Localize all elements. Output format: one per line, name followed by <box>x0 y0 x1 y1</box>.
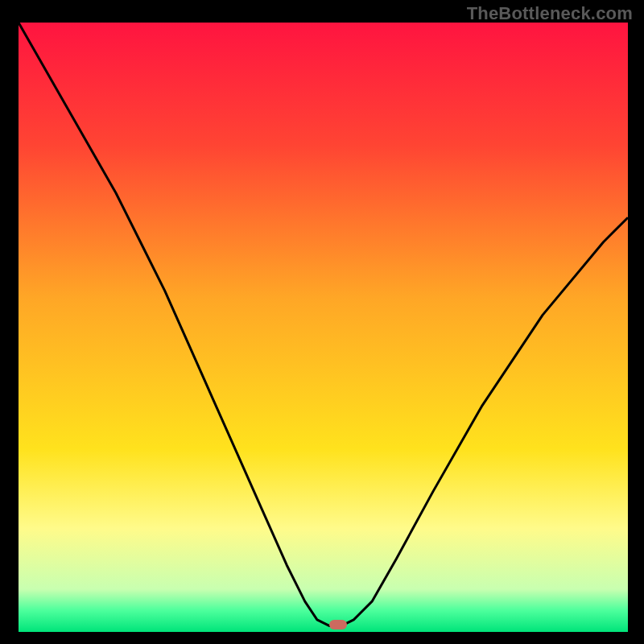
bottleneck-curve <box>19 23 628 632</box>
watermark-text: TheBottleneck.com <box>467 3 633 24</box>
curve-path <box>19 23 628 625</box>
stage: TheBottleneck.com <box>0 0 644 644</box>
optimal-marker <box>329 620 347 630</box>
plot-area <box>19 23 628 632</box>
